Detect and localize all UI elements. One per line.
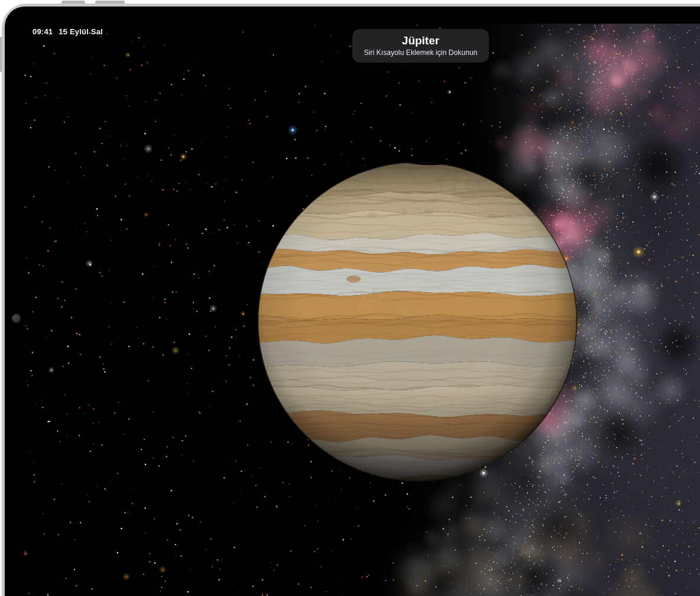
status-bar: 09:41 15 Eylül Sal [33, 27, 103, 36]
status-date: 15 Eylül Sal [59, 27, 103, 36]
page-background: { "device": { "frame_color": "#c6c7c9", … [0, 0, 700, 596]
space-view[interactable] [24, 24, 700, 596]
banner-subtitle: Siri Kısayolu Eklemek için Dokunun [364, 48, 477, 57]
device-frame: 09:41 15 Eylül Sal Jüpiter Siri Kısayolu… [2, 4, 700, 596]
status-time: 09:41 [33, 27, 53, 36]
screen-glass: 09:41 15 Eylül Sal Jüpiter Siri Kısayolu… [5, 7, 700, 596]
banner-title: Jüpiter [402, 35, 439, 47]
front-camera [12, 314, 21, 323]
siri-shortcut-banner[interactable]: Jüpiter Siri Kısayolu Eklemek için Dokun… [352, 29, 489, 63]
